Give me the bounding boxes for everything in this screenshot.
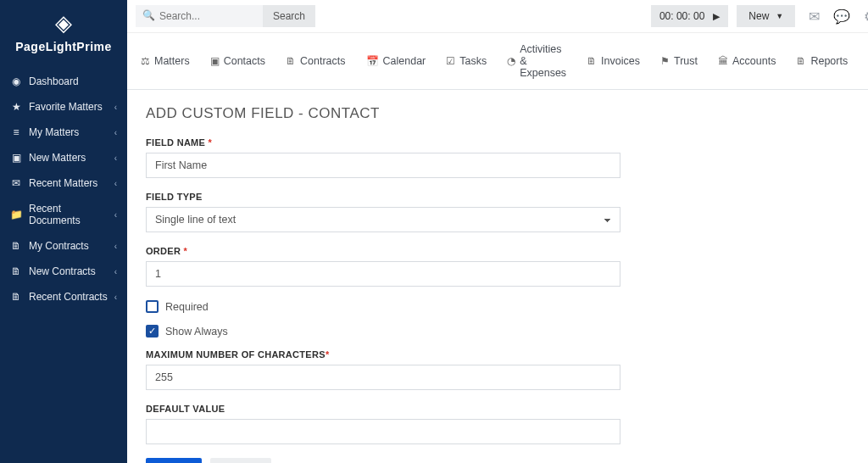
nav-item-calendar[interactable]: 📅Calendar <box>358 45 435 77</box>
gear-icon[interactable]: ⚙ <box>864 8 868 25</box>
topbar: 🔍 Search 00: 00: 00 ▶ New ▼ ✉ 💬 ⚙ <box>127 0 868 33</box>
sidebar-item-label: Recent Documents <box>29 203 114 226</box>
nav-item-trust[interactable]: ⚑Trust <box>652 45 706 77</box>
nav-item-accounts[interactable]: 🏛Accounts <box>709 45 784 77</box>
chevron-left-icon: ‹ <box>114 210 117 220</box>
nav-item-icon: 🗎 <box>587 55 597 67</box>
required-checkbox[interactable] <box>146 300 159 313</box>
sidebar: ◈ PageLightPrime ◉Dashboard★Favorite Mat… <box>0 0 127 463</box>
chat-icon[interactable]: 💬 <box>833 8 850 25</box>
required-checkbox-label: Required <box>165 301 209 313</box>
new-button[interactable]: New ▼ <box>737 5 795 27</box>
nav-item-icon: ⚑ <box>660 55 670 67</box>
nav-item-invoices[interactable]: 🗎Invoices <box>578 45 648 77</box>
max-chars-input[interactable] <box>146 365 620 390</box>
chevron-left-icon: ‹ <box>114 242 117 251</box>
sidebar-item-new-contracts[interactable]: 🗎New Contracts‹ <box>0 259 127 284</box>
search-group: 🔍 Search <box>136 5 315 27</box>
sidebar-item-icon: ◉ <box>10 75 22 87</box>
chevron-left-icon: ‹ <box>114 128 117 137</box>
sidebar-item-label: Favorite Matters <box>29 101 103 113</box>
brand-name: PageLightPrime <box>0 40 127 53</box>
nav-item-contracts[interactable]: 🗎Contracts <box>277 45 354 77</box>
nav-item-icon: ☑ <box>446 55 455 67</box>
default-value-label: DEFAULT VALUE <box>146 404 770 414</box>
sidebar-item-recent-matters[interactable]: ✉Recent Matters‹ <box>0 170 127 196</box>
sidebar-item-my-contracts[interactable]: 🗎My Contracts‹ <box>0 233 127 259</box>
nav-item-label: Contacts <box>224 55 265 67</box>
default-value-input[interactable] <box>146 419 620 444</box>
mail-icon[interactable]: ✉ <box>809 8 820 25</box>
brand-logo-icon: ◈ <box>0 10 127 36</box>
required-star: * <box>184 246 188 256</box>
nav-item-activities-expenses[interactable]: ◔Activities & Expenses <box>498 33 575 89</box>
sidebar-item-label: Recent Matters <box>29 177 97 189</box>
sidebar-item-favorite-matters[interactable]: ★Favorite Matters‹ <box>0 94 127 120</box>
nav-item-intake[interactable]: 🗎Intake <box>860 45 868 77</box>
chevron-left-icon: ‹ <box>114 153 117 163</box>
show-always-checkbox-label: Show Always <box>165 326 228 337</box>
nav-item-icon: ⚖ <box>141 55 150 67</box>
new-button-label: New <box>748 10 769 22</box>
sidebar-item-my-matters[interactable]: ≡My Matters‹ <box>0 120 127 145</box>
chevron-left-icon: ‹ <box>114 293 117 302</box>
brand-area: ◈ PageLightPrime <box>0 0 127 69</box>
nav-item-label: Trust <box>674 55 698 67</box>
show-always-checkbox[interactable] <box>146 325 159 337</box>
search-button[interactable]: Search <box>263 5 315 27</box>
sidebar-item-icon: ★ <box>10 101 22 113</box>
nav-item-reports[interactable]: 🗎Reports <box>787 45 856 77</box>
sidebar-item-label: New Contracts <box>29 265 96 277</box>
top-icons: ✉ 💬 ⚙ <box>804 5 868 27</box>
nav-item-contacts[interactable]: ▣Contacts <box>202 45 274 77</box>
content: ADD CUSTOM FIELD - CONTACT FIELD NAME * … <box>127 90 788 463</box>
caret-down-icon: ▼ <box>776 12 783 20</box>
sidebar-item-icon: 🗎 <box>10 291 22 303</box>
sidebar-item-icon: ▣ <box>10 152 22 164</box>
nav-item-label: Invoices <box>601 55 640 67</box>
chevron-left-icon: ‹ <box>114 267 117 276</box>
nav-item-icon: 📅 <box>366 55 379 67</box>
page-title: ADD CUSTOM FIELD - CONTACT <box>146 105 770 122</box>
save-button[interactable]: Save <box>146 458 202 463</box>
sidebar-item-label: Recent Contracts <box>29 291 108 303</box>
sidebar-item-icon: 🗎 <box>10 265 22 277</box>
play-icon[interactable]: ▶ <box>713 11 720 22</box>
field-name-label: FIELD NAME * <box>146 137 770 148</box>
field-type-label: FIELD TYPE <box>146 192 770 202</box>
nav-item-label: Accounts <box>732 55 776 67</box>
nav-item-tasks[interactable]: ☑Tasks <box>437 45 495 77</box>
nav-item-icon: 🏛 <box>718 55 728 67</box>
nav-item-icon: ▣ <box>210 55 220 67</box>
nav-item-icon: ◔ <box>507 55 515 67</box>
order-input[interactable] <box>146 261 620 287</box>
cancel-button[interactable]: Cancel <box>210 458 271 463</box>
nav-item-label: Calendar <box>383 55 426 67</box>
order-label: ORDER * <box>146 246 770 256</box>
nav-item-label: Matters <box>154 55 190 67</box>
timer-display[interactable]: 00: 00: 00 ▶ <box>651 5 728 27</box>
required-star: * <box>326 349 330 360</box>
chevron-left-icon: ‹ <box>114 103 117 112</box>
sidebar-item-label: Dashboard <box>29 75 79 87</box>
sidebar-item-dashboard[interactable]: ◉Dashboard <box>0 69 127 94</box>
sidebar-item-recent-contracts[interactable]: 🗎Recent Contracts‹ <box>0 284 127 310</box>
sidebar-item-icon: ✉ <box>10 177 22 189</box>
sidebar-item-new-matters[interactable]: ▣New Matters‹ <box>0 145 127 170</box>
sidebar-item-label: New Matters <box>29 152 86 164</box>
sidebar-item-icon: 📁 <box>10 209 22 220</box>
nav-item-matters[interactable]: ⚖Matters <box>132 45 198 77</box>
nav-item-label: Tasks <box>459 55 487 67</box>
nav-item-icon: 🗎 <box>796 55 806 67</box>
search-icon: 🔍 <box>142 9 155 21</box>
sidebar-item-icon: 🗎 <box>10 240 22 252</box>
required-star: * <box>209 137 213 148</box>
sidebar-item-icon: ≡ <box>10 126 22 138</box>
nav-item-label: Activities & Expenses <box>520 43 566 79</box>
sidebar-item-recent-documents[interactable]: 📁Recent Documents‹ <box>0 196 127 233</box>
field-name-input[interactable] <box>146 153 620 178</box>
nav-item-icon: 🗎 <box>286 55 296 67</box>
max-chars-label: MAXIMUM NUMBER OF CHARACTERS* <box>146 349 770 360</box>
chevron-left-icon: ‹ <box>114 179 117 188</box>
field-type-select[interactable]: Single line of text <box>146 207 620 232</box>
